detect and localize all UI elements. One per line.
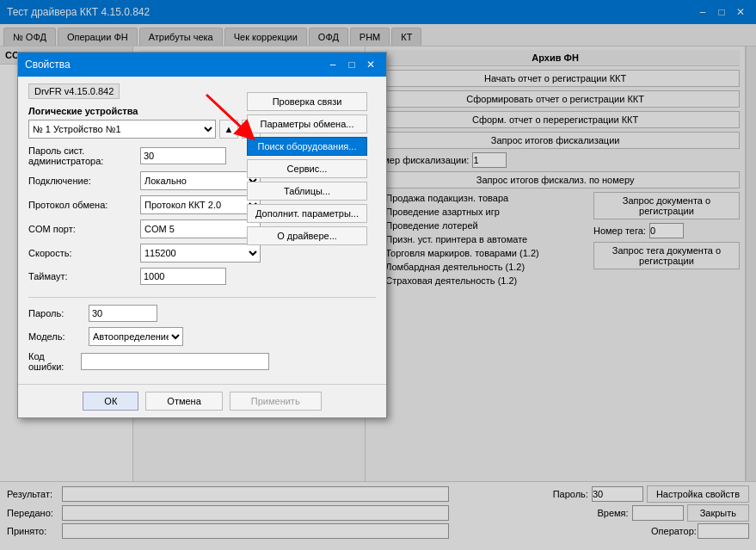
model-select[interactable]: Автоопределение (89, 327, 183, 346)
cancel-button[interactable]: Отмена (145, 392, 222, 411)
logical-devices-label: Логические устройства (28, 106, 261, 116)
model-label: Модель: (28, 331, 89, 342)
modal-divider (28, 297, 376, 298)
device-add-btn[interactable]: ▲ (219, 120, 238, 139)
check-connection-btn[interactable]: Проверка связи (247, 92, 367, 111)
tables-btn[interactable]: Таблицы... (247, 182, 367, 201)
protocol-select[interactable]: Протокол ККТ 2.0 (140, 195, 261, 214)
admin-password-input[interactable] (140, 147, 226, 164)
com-port-select[interactable]: COM 5 (140, 219, 261, 238)
apply-button[interactable]: Применить (230, 392, 322, 411)
timeout-row: Таймаут: (28, 268, 261, 285)
password-modal-input[interactable] (89, 305, 157, 322)
modal-body: DrvFR v4.15.0.842 Логические устройства … (18, 77, 386, 384)
admin-password-label: Пароль сист. администратора: (28, 145, 140, 166)
error-code-label: Код ошибки: (28, 351, 81, 372)
exchange-params-btn[interactable]: Параметры обмена... (247, 114, 367, 133)
device-select[interactable]: № 1 Устройство №1 (28, 120, 216, 139)
password-row: Пароль: (28, 305, 269, 322)
speed-row: Скорость: 115200 (28, 244, 261, 263)
speed-select[interactable]: 115200 (140, 244, 261, 263)
modal-title: Свойства (25, 59, 324, 71)
speed-label: Скорость: (28, 248, 140, 258)
admin-password-row: Пароль сист. администратора: (28, 145, 261, 166)
service-btn[interactable]: Сервис... (247, 159, 367, 178)
modal-dialog: Свойства – □ ✕ DrvFR v4.15.0.842 Логичес… (17, 52, 387, 418)
timeout-label: Таймаут: (28, 271, 140, 281)
com-port-label: COM порт: (28, 224, 140, 234)
additional-params-btn[interactable]: Дополнит. параметры... (247, 204, 367, 223)
modal-titlebar: Свойства – □ ✕ (18, 53, 386, 77)
ok-button[interactable]: ОК (83, 392, 138, 411)
modal-minimize-btn[interactable]: – (324, 56, 341, 73)
connection-select[interactable]: Локально (140, 171, 261, 190)
model-row: Модель: Автоопределение (28, 327, 269, 346)
error-code-row: Код ошибки: (28, 351, 269, 372)
modal-version: DrvFR v4.15.0.842 (28, 83, 120, 99)
connection-row: Подключение: Локально (28, 171, 261, 190)
error-code-input[interactable] (81, 353, 269, 370)
search-equipment-btn[interactable]: Поиск оборудования... (247, 137, 367, 156)
password-label-modal: Пароль: (28, 308, 89, 318)
modal-titlebar-controls: – □ ✕ (324, 56, 379, 73)
protocol-row: Протокол обмена: Протокол ККТ 2.0 (28, 195, 261, 214)
modal-footer: ОК Отмена Применить (18, 384, 386, 417)
modal-close-btn[interactable]: ✕ (362, 56, 379, 73)
timeout-input[interactable] (140, 268, 226, 285)
about-driver-btn[interactable]: О драйвере... (247, 226, 367, 245)
devices-row: № 1 Устройство №1 ▲ ▼ (28, 120, 261, 139)
modal-maximize-btn[interactable]: □ (343, 56, 360, 73)
connection-label: Подключение: (28, 176, 140, 186)
com-port-row: COM порт: COM 5 (28, 219, 261, 238)
protocol-label: Протокол обмена: (28, 200, 140, 210)
